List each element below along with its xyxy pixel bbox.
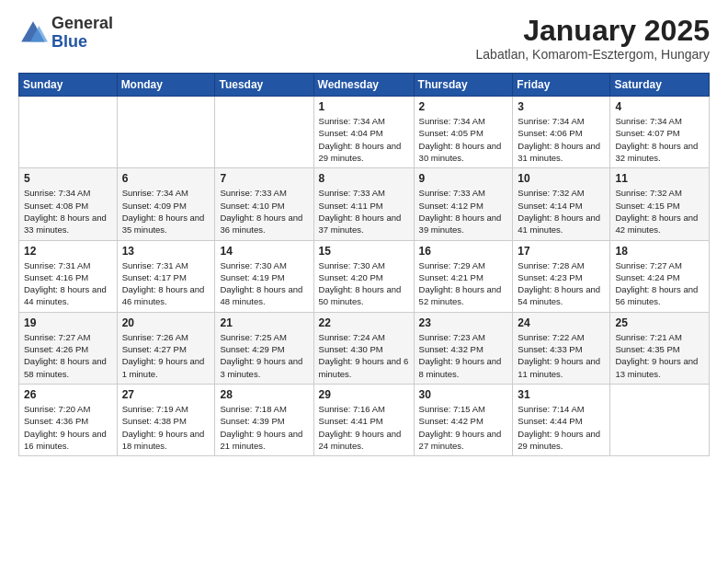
- empty-day-cell: [215, 97, 313, 168]
- calendar-day-cell: 16Sunrise: 7:29 AM Sunset: 4:21 PM Dayli…: [414, 240, 513, 312]
- day-of-week-header: Sunday: [19, 74, 118, 97]
- empty-day-cell: [117, 97, 215, 168]
- calendar-day-cell: 29Sunrise: 7:16 AM Sunset: 4:41 PM Dayli…: [313, 384, 414, 455]
- day-number: 13: [122, 245, 210, 258]
- day-info: Sunrise: 7:33 AM Sunset: 4:12 PM Dayligh…: [419, 187, 508, 236]
- day-info: Sunrise: 7:18 AM Sunset: 4:39 PM Dayligh…: [220, 403, 308, 452]
- day-info: Sunrise: 7:30 AM Sunset: 4:20 PM Dayligh…: [319, 259, 409, 308]
- location-subtitle: Labatlan, Komarom-Esztergom, Hungary: [476, 47, 710, 62]
- day-info: Sunrise: 7:23 AM Sunset: 4:32 PM Dayligh…: [419, 331, 508, 380]
- calendar-day-cell: 6Sunrise: 7:34 AM Sunset: 4:09 PM Daylig…: [117, 168, 215, 240]
- calendar-day-cell: 2Sunrise: 7:34 AM Sunset: 4:05 PM Daylig…: [414, 97, 513, 168]
- calendar-day-cell: 8Sunrise: 7:33 AM Sunset: 4:11 PM Daylig…: [313, 168, 414, 240]
- calendar-day-cell: 24Sunrise: 7:22 AM Sunset: 4:33 PM Dayli…: [513, 312, 610, 384]
- day-number: 7: [220, 172, 308, 185]
- month-title: January 2025: [476, 15, 710, 47]
- day-number: 31: [518, 388, 605, 401]
- calendar-day-cell: 20Sunrise: 7:26 AM Sunset: 4:27 PM Dayli…: [117, 312, 215, 384]
- logo-text: General Blue: [51, 15, 113, 52]
- calendar-day-cell: 5Sunrise: 7:34 AM Sunset: 4:08 PM Daylig…: [19, 168, 118, 240]
- day-number: 23: [419, 316, 508, 329]
- day-of-week-header: Saturday: [610, 74, 710, 97]
- day-number: 5: [24, 172, 112, 185]
- day-number: 4: [615, 100, 704, 113]
- day-info: Sunrise: 7:31 AM Sunset: 4:17 PM Dayligh…: [122, 259, 210, 308]
- day-number: 9: [419, 172, 508, 185]
- day-info: Sunrise: 7:34 AM Sunset: 4:09 PM Dayligh…: [122, 187, 210, 236]
- day-info: Sunrise: 7:30 AM Sunset: 4:19 PM Dayligh…: [220, 259, 308, 308]
- day-number: 18: [615, 245, 704, 258]
- day-number: 19: [24, 316, 112, 329]
- day-number: 15: [319, 245, 409, 258]
- day-number: 20: [122, 316, 210, 329]
- day-info: Sunrise: 7:24 AM Sunset: 4:30 PM Dayligh…: [319, 331, 409, 380]
- calendar-day-cell: 30Sunrise: 7:15 AM Sunset: 4:42 PM Dayli…: [414, 384, 513, 455]
- calendar-day-cell: 31Sunrise: 7:14 AM Sunset: 4:44 PM Dayli…: [513, 384, 610, 455]
- calendar-week-row: 1Sunrise: 7:34 AM Sunset: 4:04 PM Daylig…: [19, 97, 710, 168]
- logo-icon: [18, 18, 48, 48]
- day-number: 28: [220, 388, 308, 401]
- calendar-day-cell: 18Sunrise: 7:27 AM Sunset: 4:24 PM Dayli…: [610, 240, 710, 312]
- calendar-day-cell: 27Sunrise: 7:19 AM Sunset: 4:38 PM Dayli…: [117, 384, 215, 455]
- day-number: 11: [615, 172, 704, 185]
- day-info: Sunrise: 7:31 AM Sunset: 4:16 PM Dayligh…: [24, 259, 112, 308]
- calendar-week-row: 12Sunrise: 7:31 AM Sunset: 4:16 PM Dayli…: [19, 240, 710, 312]
- calendar-week-row: 5Sunrise: 7:34 AM Sunset: 4:08 PM Daylig…: [19, 168, 710, 240]
- day-info: Sunrise: 7:25 AM Sunset: 4:29 PM Dayligh…: [220, 331, 308, 380]
- calendar-day-cell: 25Sunrise: 7:21 AM Sunset: 4:35 PM Dayli…: [610, 312, 710, 384]
- day-number: 27: [122, 388, 210, 401]
- day-info: Sunrise: 7:34 AM Sunset: 4:06 PM Dayligh…: [518, 115, 605, 164]
- calendar-week-row: 26Sunrise: 7:20 AM Sunset: 4:36 PM Dayli…: [19, 384, 710, 455]
- day-info: Sunrise: 7:29 AM Sunset: 4:21 PM Dayligh…: [419, 259, 508, 308]
- header: General Blue January 2025 Labatlan, Koma…: [18, 15, 710, 62]
- day-info: Sunrise: 7:15 AM Sunset: 4:42 PM Dayligh…: [419, 403, 508, 452]
- day-number: 6: [122, 172, 210, 185]
- day-info: Sunrise: 7:33 AM Sunset: 4:10 PM Dayligh…: [220, 187, 308, 236]
- day-number: 25: [615, 316, 704, 329]
- day-number: 8: [319, 172, 409, 185]
- day-info: Sunrise: 7:26 AM Sunset: 4:27 PM Dayligh…: [122, 331, 210, 380]
- calendar-week-row: 19Sunrise: 7:27 AM Sunset: 4:26 PM Dayli…: [19, 312, 710, 384]
- calendar-day-cell: 4Sunrise: 7:34 AM Sunset: 4:07 PM Daylig…: [610, 97, 710, 168]
- day-info: Sunrise: 7:34 AM Sunset: 4:07 PM Dayligh…: [615, 115, 704, 164]
- day-number: 30: [419, 388, 508, 401]
- logo: General Blue: [18, 15, 113, 52]
- day-of-week-header: Tuesday: [215, 74, 313, 97]
- day-number: 12: [24, 245, 112, 258]
- empty-day-cell: [610, 384, 710, 455]
- calendar-day-cell: 1Sunrise: 7:34 AM Sunset: 4:04 PM Daylig…: [313, 97, 414, 168]
- logo-blue-label: Blue: [51, 33, 113, 52]
- day-number: 10: [518, 172, 605, 185]
- day-info: Sunrise: 7:32 AM Sunset: 4:15 PM Dayligh…: [615, 187, 704, 236]
- calendar-day-cell: 12Sunrise: 7:31 AM Sunset: 4:16 PM Dayli…: [19, 240, 118, 312]
- day-of-week-header: Wednesday: [313, 74, 414, 97]
- title-block: January 2025 Labatlan, Komarom-Esztergom…: [476, 15, 710, 62]
- day-info: Sunrise: 7:33 AM Sunset: 4:11 PM Dayligh…: [319, 187, 409, 236]
- calendar-header-row: SundayMondayTuesdayWednesdayThursdayFrid…: [19, 74, 710, 97]
- calendar-day-cell: 17Sunrise: 7:28 AM Sunset: 4:23 PM Dayli…: [513, 240, 610, 312]
- day-of-week-header: Friday: [513, 74, 610, 97]
- day-info: Sunrise: 7:27 AM Sunset: 4:24 PM Dayligh…: [615, 259, 704, 308]
- day-of-week-header: Thursday: [414, 74, 513, 97]
- calendar-day-cell: 15Sunrise: 7:30 AM Sunset: 4:20 PM Dayli…: [313, 240, 414, 312]
- day-of-week-header: Monday: [117, 74, 215, 97]
- calendar-day-cell: 3Sunrise: 7:34 AM Sunset: 4:06 PM Daylig…: [513, 97, 610, 168]
- day-info: Sunrise: 7:32 AM Sunset: 4:14 PM Dayligh…: [518, 187, 605, 236]
- calendar-day-cell: 28Sunrise: 7:18 AM Sunset: 4:39 PM Dayli…: [215, 384, 313, 455]
- day-info: Sunrise: 7:28 AM Sunset: 4:23 PM Dayligh…: [518, 259, 605, 308]
- calendar-day-cell: 13Sunrise: 7:31 AM Sunset: 4:17 PM Dayli…: [117, 240, 215, 312]
- calendar-day-cell: 7Sunrise: 7:33 AM Sunset: 4:10 PM Daylig…: [215, 168, 313, 240]
- calendar-day-cell: 9Sunrise: 7:33 AM Sunset: 4:12 PM Daylig…: [414, 168, 513, 240]
- calendar-day-cell: 14Sunrise: 7:30 AM Sunset: 4:19 PM Dayli…: [215, 240, 313, 312]
- day-number: 29: [319, 388, 409, 401]
- calendar-day-cell: 19Sunrise: 7:27 AM Sunset: 4:26 PM Dayli…: [19, 312, 118, 384]
- calendar-page: General Blue January 2025 Labatlan, Koma…: [0, 0, 728, 471]
- day-number: 24: [518, 316, 605, 329]
- empty-day-cell: [19, 97, 118, 168]
- calendar-day-cell: 23Sunrise: 7:23 AM Sunset: 4:32 PM Dayli…: [414, 312, 513, 384]
- day-info: Sunrise: 7:16 AM Sunset: 4:41 PM Dayligh…: [319, 403, 409, 452]
- calendar-day-cell: 22Sunrise: 7:24 AM Sunset: 4:30 PM Dayli…: [313, 312, 414, 384]
- day-number: 17: [518, 245, 605, 258]
- logo-general-label: General: [51, 15, 113, 33]
- day-info: Sunrise: 7:21 AM Sunset: 4:35 PM Dayligh…: [615, 331, 704, 380]
